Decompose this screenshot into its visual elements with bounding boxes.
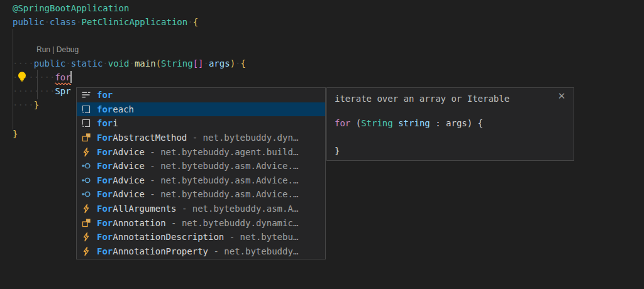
code-line: }: [13, 127, 18, 141]
code-token: static: [71, 58, 103, 68]
lightbulb-icon[interactable]: [16, 70, 28, 83]
code-line: ····}: [13, 98, 39, 112]
code-token: ·: [76, 17, 81, 27]
code-line: ········Spr: [13, 84, 71, 98]
code-token: for: [335, 118, 350, 128]
code-token: public: [13, 17, 45, 27]
code-token: PetClinicApplication: [82, 17, 188, 27]
suggest-item-match: For: [97, 133, 113, 143]
code-line: ····public·static·void·main(String[]·arg…: [13, 57, 246, 70]
code-token: main: [135, 58, 156, 68]
suggest-item[interactable]: ForAnnotationProperty - net.bytebuddy…: [77, 244, 325, 259]
suggest-item-label: Advice: [113, 175, 145, 185]
docs-code-line: }: [335, 144, 340, 158]
suggest-item-label: i: [113, 118, 118, 128]
suggest-item-match: For: [97, 147, 113, 157]
suggest-item-detail: - net.bytebuddy.asm.Advice.…: [145, 175, 298, 185]
code-token: for: [55, 72, 70, 82]
suggest-item[interactable]: ForAdvice - net.bytebuddy.agent.build…: [77, 144, 325, 159]
suggest-item-detail: - net.bytebuddy.agent.build…: [145, 147, 298, 157]
suggest-item-label: Advice: [113, 189, 145, 199]
docs-title: iterate over an array or Iterable: [335, 92, 509, 105]
suggest-item-match: For: [97, 218, 113, 228]
suggest-item-label: each: [113, 104, 134, 114]
code-token: }: [34, 100, 39, 110]
suggest-item-label: AbstractMethod: [113, 133, 187, 143]
suggest-item[interactable]: ForAbstractMethod - net.bytebuddy.dyn…: [77, 131, 325, 145]
code-token: :: [430, 118, 446, 128]
code-token: ·: [235, 58, 240, 68]
text-cursor: [70, 71, 72, 83]
event-icon: [81, 232, 91, 242]
keyword-icon: [81, 90, 91, 100]
suggest-item[interactable]: ForAnnotation - net.bytebuddy.dynamic…: [77, 215, 325, 230]
suggest-item[interactable]: for: [77, 88, 325, 102]
code-token: ): [230, 58, 235, 68]
code-token: }: [13, 129, 18, 139]
suggest-item[interactable]: foreach: [77, 102, 325, 117]
close-icon[interactable]: ✕: [556, 90, 567, 102]
suggest-list: forforeachforiForAbstractMethod - net.by…: [77, 88, 325, 258]
code-token: String: [161, 58, 193, 68]
code-token: void: [108, 58, 130, 68]
suggest-item[interactable]: ForAdvice - net.bytebuddy.asm.Advice.…: [77, 187, 325, 202]
code-token: String: [361, 118, 393, 128]
suggest-item-match: For: [97, 189, 113, 199]
suggest-item-label: Advice: [113, 161, 145, 171]
code-token: ·: [187, 17, 192, 27]
suggest-item[interactable]: ForAdvice - net.bytebuddy.asm.Advice.…: [77, 173, 325, 188]
class-icon: [81, 218, 91, 228]
codelens-separator: |: [50, 45, 57, 54]
interface-icon: [81, 161, 91, 171]
suggest-item-detail: - net.bytebuddy.dynamic…: [166, 218, 299, 228]
interface-icon: [81, 175, 91, 185]
suggest-item[interactable]: fori: [77, 116, 325, 131]
suggest-item-detail: - net.bytebuddy.asm.A…: [176, 204, 298, 214]
suggest-item-match: for: [97, 118, 113, 128]
event-icon: [81, 147, 91, 157]
code-line: public·class·PetClinicApplication·{: [13, 15, 198, 29]
snippet-icon: [81, 104, 91, 114]
code-editor: @SpringBootApplicationpublic·class·PetCl…: [0, 0, 644, 289]
error-squiggle: [55, 82, 72, 85]
suggest-docs-panel: iterate over an array or Iterable ✕ for …: [326, 87, 574, 161]
code-token: string: [398, 118, 430, 128]
code-token: (: [350, 118, 361, 128]
suggest-item-detail: - net.bytebuddy.dyn…: [187, 133, 298, 143]
suggest-item-match: For: [97, 232, 113, 242]
suggest-item-match: For: [97, 175, 113, 185]
suggest-item[interactable]: ForAllArguments - net.bytebuddy.asm.A…: [77, 202, 325, 216]
code-token: args: [446, 118, 467, 128]
code-token: [393, 118, 398, 128]
event-icon: [81, 246, 91, 256]
suggest-item-match: For: [97, 161, 113, 171]
code-token: ·: [204, 58, 209, 68]
code-token: }: [335, 146, 340, 156]
suggest-item-label: Annotation: [113, 218, 165, 228]
code-token: ········: [13, 86, 55, 96]
code-token: {: [193, 17, 198, 27]
code-token: []: [193, 58, 204, 68]
suggest-item[interactable]: ForAnnotationDescription - net.bytebu…: [77, 230, 325, 244]
suggest-item-match: For: [97, 204, 113, 214]
code-line: @SpringBootApplication: [13, 1, 129, 15]
code-token: ·: [103, 58, 108, 68]
code-token: ·: [129, 58, 134, 68]
docs-code-line: for (String string : args) {: [335, 116, 483, 130]
suggest-item[interactable]: ForAdvice - net.bytebuddy.asm.Advice.…: [77, 159, 325, 173]
suggest-item-detail: - net.bytebuddy…: [208, 246, 298, 256]
suggest-widget: forforeachforiForAbstractMethod - net.by…: [76, 87, 326, 259]
code-token: @SpringBootApplication: [13, 3, 129, 13]
code-token: ·: [45, 17, 50, 27]
code-token: ) {: [467, 118, 483, 128]
codelens-debug-link[interactable]: Debug: [57, 45, 79, 54]
class-icon: [81, 133, 91, 143]
code-token: public: [34, 58, 66, 68]
suggest-item-match: for: [97, 104, 113, 114]
codelens-run-link[interactable]: Run: [36, 45, 50, 54]
suggest-item-label: Advice: [113, 147, 145, 157]
suggest-item-label: AnnotationProperty: [113, 246, 208, 256]
suggest-item-detail: - net.bytebu…: [224, 232, 298, 242]
suggest-item-match: For: [97, 246, 113, 256]
suggest-item-label: AllArguments: [113, 204, 176, 214]
